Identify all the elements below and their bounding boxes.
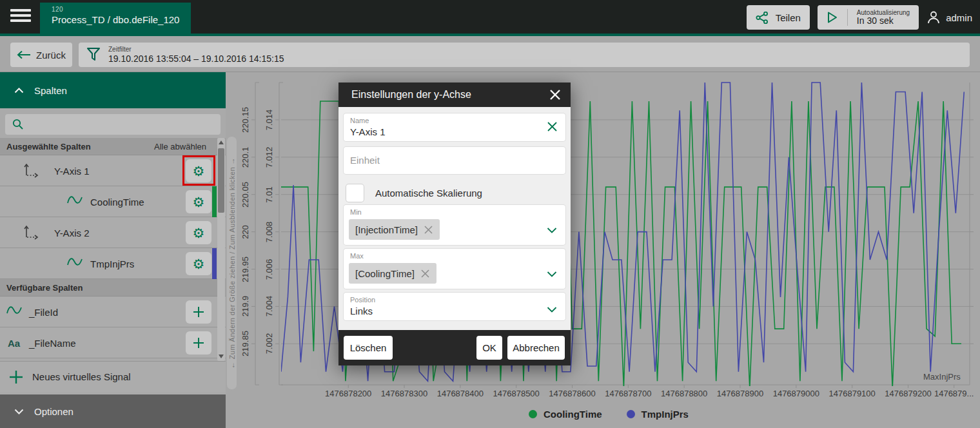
search-input[interactable] [24, 119, 220, 130]
plus-icon [193, 337, 204, 349]
hamburger-menu-icon[interactable] [10, 9, 31, 24]
add-fileid-button[interactable] [186, 300, 211, 324]
y-axis-settings-dialog: Einstellungen der y-Achse Name Einheit [338, 83, 571, 365]
item-label: _FileName [29, 337, 76, 348]
app-root: 219.85219.9219.95220220.05220.1220.157.0… [0, 0, 980, 428]
sidebar-item-coolingtime[interactable]: CoolingTime ⚙ [0, 186, 226, 217]
scroll-down-arrow[interactable] [217, 352, 225, 361]
y-axis-1-tick-label: 220 [240, 213, 251, 251]
options-label: Optionen [34, 406, 74, 417]
unit-field[interactable]: Einheit [344, 147, 565, 174]
y-axis-1-tick-label: 219.95 [240, 250, 251, 289]
tab-number: 120 [52, 6, 191, 13]
chart-annotation-maxinjprs: MaxInjPrs [923, 372, 968, 382]
text-type-icon: Aa [8, 337, 20, 348]
timefilter-button[interactable]: Zeitfilter 19.10.2016 13:55:04 – 19.10.2… [79, 43, 970, 67]
y-axis-2-tick-label: 7.002 [264, 324, 275, 363]
timefilter-label: Zeitfilter [108, 46, 284, 53]
min-value-chip[interactable]: [InjectionTime] [349, 219, 440, 240]
close-icon[interactable] [549, 88, 562, 101]
sidebar-header-spalten[interactable]: Spalten [0, 72, 226, 108]
remove-min-chip-icon[interactable] [424, 225, 433, 235]
active-dataset-tab[interactable]: 120 Process_TD / dbo.deFile_120 [40, 3, 191, 34]
y-axis-1-tick-label: 219.85 [240, 324, 251, 363]
sidebar-item-filename[interactable]: Aa _FileName [0, 327, 226, 358]
axis-icon [23, 161, 40, 180]
scroll-up-arrow[interactable] [217, 138, 225, 147]
username: admin [946, 12, 972, 23]
legend-dot-coolingtime [529, 410, 537, 418]
y-axis-2-tick-label: 7.014 [264, 101, 275, 139]
clear-name-icon[interactable] [547, 121, 558, 135]
sidebar-scrollbar[interactable] [217, 138, 225, 361]
sidebar-item-tmpinjprs[interactable]: TmpInjPrs ⚙ [0, 248, 226, 279]
selected-columns-header: Ausgewählte Spalten Alle abwählen [0, 138, 226, 155]
sidebar-resize-handle[interactable]: ← Zum Ändern der Größe ziehen / Zum Ausb… [227, 137, 237, 389]
plus-icon [9, 370, 23, 384]
x-axis-tick-label: 1476878800 [649, 389, 720, 399]
y-axis-2-tick-label: 7.004 [264, 287, 275, 326]
legend-item-coolingtime[interactable]: CoolingTime [529, 409, 602, 420]
name-field[interactable]: Name [344, 113, 565, 141]
coolingtime-settings-button[interactable]: ⚙ [186, 190, 211, 213]
share-label: Teilen [776, 12, 801, 23]
min-chip-label: [InjectionTime] [355, 224, 418, 235]
chevron-down-icon [14, 409, 24, 414]
position-select[interactable]: Position Links [344, 293, 565, 320]
scrollbar-thumb[interactable] [218, 148, 224, 213]
sidebar-item-y-axis-2[interactable]: Y-Axis 2 ⚙ [0, 217, 226, 248]
max-dropdown-chevron-icon[interactable] [547, 268, 557, 280]
deselect-all-link[interactable]: Alle abwählen [154, 142, 206, 151]
dialog-header: Einstellungen der y-Achse [338, 83, 571, 107]
name-input[interactable] [350, 126, 511, 137]
y-axis-2-tick-label: 7.008 [264, 213, 275, 251]
max-field[interactable]: Max [CoolingTime] [344, 249, 565, 289]
y-axis-2-settings-button[interactable]: ⚙ [186, 221, 211, 244]
tab-title: Process_TD / dbo.deFile_120 [52, 14, 191, 25]
autorefresh-countdown: In 30 sek [857, 16, 910, 26]
sidebar-item-y-axis-1[interactable]: Y-Axis 1 ⚙ [0, 155, 226, 186]
cancel-button[interactable]: Abbrechen [507, 336, 565, 360]
legend-label-tmpinjprs: TmpInjPrs [642, 409, 689, 420]
back-button[interactable]: Zurück [10, 43, 72, 67]
new-virtual-signal-button[interactable]: Neues virtuelles Signal [0, 361, 226, 392]
gear-icon: ⚙ [193, 257, 205, 271]
item-label: Y-Axis 1 [54, 165, 89, 176]
add-filename-button[interactable] [186, 331, 211, 355]
legend-dot-tmpinjprs [627, 410, 635, 418]
timefilter-value: 19.10.2016 13:55:04 – 19.10.2016 14:15:1… [108, 54, 284, 64]
gear-icon: ⚙ [193, 164, 205, 178]
sidebar-item-fileid[interactable]: _FileId [0, 297, 226, 327]
x-axis-tick-label: 1476878900 [705, 389, 776, 399]
ok-button[interactable]: OK [476, 336, 502, 360]
y-axis-1-settings-button[interactable]: ⚙ [186, 159, 211, 182]
autorefresh-button[interactable]: Autoaktualisierung In 30 sek [818, 5, 919, 30]
x-axis-tick-label: 1476878400 [425, 389, 496, 399]
position-dropdown-chevron-icon[interactable] [547, 304, 557, 315]
x-axis-tick-label: 1476879000 [761, 389, 832, 399]
x-axis-tick-label: 1476878500 [481, 389, 552, 399]
legend-item-tmpinjprs[interactable]: TmpInjPrs [627, 409, 689, 420]
x-axis-tick-label: 1476878600 [537, 389, 608, 399]
x-axis-tick-label: 1476878700 [593, 389, 663, 399]
remove-max-chip-icon[interactable] [420, 269, 430, 278]
delete-button[interactable]: Löschen [344, 336, 393, 360]
search-box [5, 114, 220, 135]
selected-columns-label: Ausgewählte Spalten [6, 142, 91, 151]
max-value-chip[interactable]: [CoolingTime] [349, 263, 436, 284]
min-field-label: Min [350, 208, 362, 216]
user-menu[interactable]: admin [926, 10, 972, 24]
min-field[interactable]: Min [InjectionTime] [344, 205, 565, 245]
search-icon [12, 118, 24, 131]
y-axis-2-tick-label: 7.01 [264, 175, 275, 214]
columns-sidebar: Spalten Ausgewählte Spalten Alle abwähle… [0, 72, 226, 428]
item-label: TmpInjPrs [90, 258, 134, 269]
tmpinjprs-settings-button[interactable]: ⚙ [186, 252, 211, 275]
autoscale-checkbox[interactable] [346, 184, 364, 202]
min-dropdown-chevron-icon[interactable] [547, 224, 557, 236]
x-axis-tick-label: 1476879100 [817, 389, 888, 399]
options-section-header[interactable]: Optionen [0, 394, 226, 428]
x-axis-tick-label: 1476878200 [313, 389, 384, 399]
share-button[interactable]: Teilen [747, 5, 810, 30]
unit-placeholder: Einheit [350, 155, 380, 166]
